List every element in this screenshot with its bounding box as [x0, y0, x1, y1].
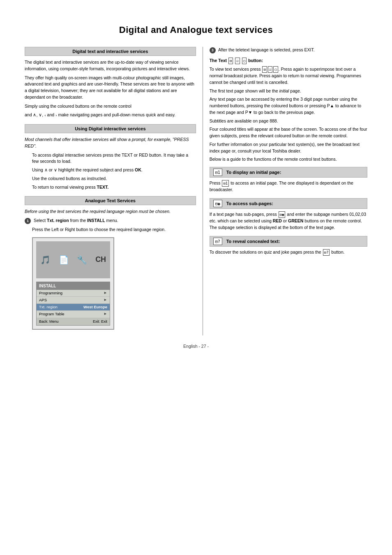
text-button-section: The Text ⊟ ☑ ○ button: To view text serv… [210, 58, 367, 163]
section1-para2: They offer high quality on-screen images… [25, 75, 196, 101]
section2-intro: Most channels that offer interactive ser… [25, 136, 196, 150]
two-column-layout: Digital text and interactive services Th… [25, 47, 367, 335]
icon-text1: ⊟ [228, 58, 233, 64]
subpages-body: If a text page has sub-pages, press ⊟◉ a… [210, 211, 367, 231]
concealed-text: To discover the solutions on quiz and jo… [210, 249, 367, 256]
icon-text2: ☑ [235, 58, 240, 64]
left-column: Digital text and interactive services Th… [25, 47, 203, 335]
icon-tv2: ☑ [268, 66, 272, 73]
right-step3: 3 After the teletext language is selecte… [210, 47, 367, 53]
menu-label-programming: Programming [39, 290, 62, 296]
tv-icon-ch: CH [95, 254, 106, 265]
section1-para3: Simply using the coloured buttons on the… [25, 103, 196, 110]
section3-step1-detail: Press the Left or Right button to choose… [32, 227, 196, 233]
text-button-para6: For further information on your particul… [210, 141, 367, 155]
page-container: Digital and Analogue text services Digit… [0, 0, 392, 555]
tv-icon-1: 🎵 [40, 254, 51, 266]
text-button-para5: Four coloured titles will appear at the … [210, 126, 367, 139]
tv-menu-aps: APS ► [37, 297, 110, 304]
menu-arrow-programming: ► [104, 290, 107, 296]
menu-value-txtregion: West Europe [83, 304, 107, 310]
text-button-para1: To view text services press ⊟☑○. Press a… [210, 66, 367, 86]
concealed-body: To discover the solutions on quiz and jo… [210, 249, 367, 256]
tv-screen-display: 🎵 📄 🔧 CH [36, 241, 110, 278]
icon-subpages: ⊟◉ [213, 200, 222, 207]
icon-text3: ○ [242, 58, 247, 64]
display-initial-label: To display an initial page: [226, 170, 281, 175]
section2-bullet4: To return to normal viewing press TEXT. [32, 184, 196, 191]
step1-num: 1 [25, 218, 31, 224]
section2-body: Most channels that offer interactive ser… [25, 136, 196, 190]
step3-num: 3 [210, 47, 216, 53]
section1-body: The digital text and interactive service… [25, 59, 196, 118]
tv-icon-3: 🔧 [77, 254, 87, 266]
text-button-para7: Below is a guide to the functions of the… [210, 156, 367, 163]
tv-menu: INSTALL Programming ► APS ► Txt. region [36, 282, 110, 326]
tv-icon-2: 📄 [59, 254, 69, 266]
section3-body: Before using the text services the requi… [25, 208, 196, 330]
tv-menu-image: 🎵 📄 🔧 CH INSTALL Programming ► [32, 237, 114, 330]
icon-concealed-press: ⊟? [323, 249, 330, 256]
section-concealed: ⊟? To reveal concealed text: To discover… [210, 236, 367, 256]
menu-label-txtregion: Txt. region [39, 304, 58, 310]
menu-label-programtable: Program Table [39, 311, 65, 317]
icon-subpages-press: ⊟◉ [279, 211, 286, 218]
section2-bullet1: To access digital interactive services p… [32, 152, 196, 165]
subpages-header: ⊟◉ To access sub-pages: [210, 198, 367, 209]
section3-header: Analogue Text Services [25, 196, 196, 205]
section2-bullet2: Using ∧ or ∨ highlight the required subj… [32, 167, 196, 173]
icon-initial-press: ⊟1 [222, 180, 229, 187]
concealed-label: To reveal concealed text: [226, 239, 280, 244]
menu-label-aps: APS [39, 297, 47, 303]
tv-screen: 🎵 📄 🔧 CH INSTALL Programming ► [32, 237, 114, 330]
display-initial-text: Press ⊟1 to access an initial page. The … [210, 180, 367, 193]
tv-menu-footer: Back: Menu Exit: Exit [37, 318, 110, 326]
tv-menu-programtable: Program Table ► [37, 311, 110, 318]
right-step3-text: 3 After the teletext language is selecte… [210, 47, 367, 53]
section3-intro: Before using the text services the requi… [25, 208, 196, 215]
page-footer: English - 27 - [25, 344, 367, 349]
tv-menu-txtregion: Txt. region West Europe [37, 304, 110, 311]
text-button-header: The Text ⊟ ☑ ○ button: [210, 58, 367, 64]
icon-concealed: ⊟? [213, 238, 222, 245]
subpages-text: If a text page has sub-pages, press ⊟◉ a… [210, 211, 367, 231]
icon-tv3: ○ [273, 66, 278, 73]
menu-arrow-programtable: ► [104, 311, 107, 317]
section1-para1: The digital text and interactive service… [25, 59, 196, 72]
display-initial-header: ⊟1 To display an initial page: [210, 167, 367, 178]
menu-arrow-aps: ► [104, 297, 107, 303]
display-initial-body: Press ⊟1 to access an initial page. The … [210, 180, 367, 193]
section1-nav-text: and ∧, ∨, ‹ and ∧, ∨, ‹ and › make navig… [25, 112, 196, 118]
section1-header: Digital text and interactive services [25, 47, 196, 56]
tv-menu-programming: Programming ► [37, 290, 110, 297]
section3-step1: 1 Select Txt. region from the INSTALL me… [25, 217, 196, 224]
subpages-label: To access sub-pages: [226, 201, 273, 206]
text-button-para3: Any text page can be accessed by enterin… [210, 96, 367, 116]
section2-header: Using Digital interactive services [25, 124, 196, 133]
right-column: 3 After the teletext language is selecte… [203, 47, 367, 335]
icon-tv1: ⊟ [262, 66, 267, 73]
section2-bullet3: Use the coloured buttons as instructed. [32, 176, 196, 182]
menu-footer-back: Back: Menu [39, 319, 59, 325]
text-button-para4: Subtitles are available on page 888. [210, 118, 367, 125]
concealed-header: ⊟? To reveal concealed text: [210, 236, 367, 247]
section-subpages: ⊟◉ To access sub-pages: If a text page h… [210, 198, 367, 231]
tv-menu-title: INSTALL [37, 282, 110, 290]
text-button-para2: The first text page shown will be the in… [210, 88, 367, 95]
page-title: Digital and Analogue text services [25, 25, 367, 35]
menu-footer-exit: Exit: Exit [93, 319, 107, 325]
icon-display-initial: ⊟1 [213, 169, 222, 176]
section-display-initial: ⊟1 To display an initial page: Press ⊟1 … [210, 167, 367, 193]
